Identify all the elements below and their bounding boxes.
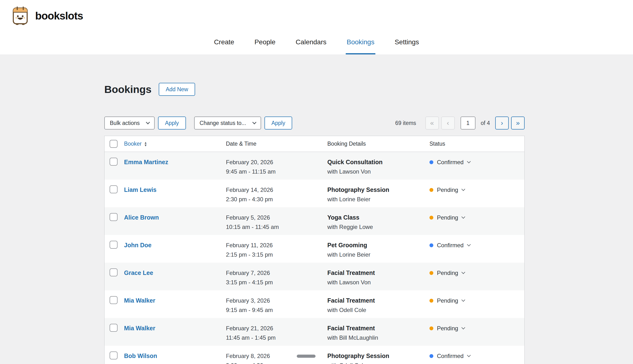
chevron-down-icon (461, 326, 465, 329)
chevron-down-icon (467, 353, 471, 357)
row-checkbox[interactable] (110, 352, 118, 360)
booker-link[interactable]: Grace Lee (124, 268, 153, 278)
booking-service: Photography Session (327, 185, 429, 194)
status-dropdown[interactable]: Confirmed (429, 158, 524, 167)
change-status-select[interactable]: Change status to... (194, 116, 261, 130)
nav-tab-create[interactable]: Create (213, 38, 235, 54)
brand-name: bookslots (35, 10, 83, 22)
table-toolbar: Bulk actions Apply Change status to... A… (104, 116, 525, 130)
items-count: 69 items (395, 120, 416, 126)
status-dropdown[interactable]: Pending (429, 213, 524, 222)
nav-tab-people[interactable]: People (253, 38, 276, 54)
nav-tab-calendars[interactable]: Calendars (295, 38, 328, 54)
booker-link[interactable]: Emma Martinez (124, 158, 168, 167)
nav-tab-bookings[interactable]: Bookings (346, 38, 375, 54)
total-pages-label: of 4 (481, 120, 490, 126)
status-dot (429, 326, 433, 330)
booking-date: February 14, 2026 (226, 185, 327, 194)
booking-date: February 3, 2026 (226, 296, 327, 305)
chevron-down-icon (461, 270, 465, 274)
bulk-actions-select[interactable]: Bulk actions (104, 116, 155, 130)
column-header-booking-details: Booking Details (327, 140, 429, 147)
booking-time: 2:15 pm - 3:15 pm (226, 250, 327, 259)
status-dot (429, 354, 433, 358)
status-dropdown[interactable]: Confirmed (429, 240, 524, 250)
table-row: Mia Walker February 3, 2026 9:15 am - 9:… (105, 290, 524, 318)
status-dropdown[interactable]: Pending (429, 185, 524, 194)
add-new-button[interactable]: Add New (159, 83, 195, 96)
status-label: Pending (437, 297, 458, 304)
main-content: Bookings Add New Bulk actions Apply Chan… (104, 54, 525, 364)
table-row: John Doe February 11, 2026 2:15 pm - 3:1… (105, 235, 524, 263)
page-head: Bookings Add New (104, 54, 525, 96)
booker-link[interactable]: John Doe (124, 240, 152, 250)
booking-service: Quick Consultation (327, 158, 429, 167)
booking-service: Pet Grooming (327, 240, 429, 250)
booker-link[interactable]: Alice Brown (124, 213, 159, 222)
booker-link[interactable]: Bob Wilson (124, 351, 157, 361)
booking-service: Facial Treatment (327, 324, 429, 333)
status-dropdown[interactable]: Confirmed (429, 351, 524, 361)
sort-arrows-icon: ▲▼ (144, 141, 147, 146)
status-label: Confirmed (437, 159, 464, 166)
select-all-checkbox[interactable] (110, 140, 118, 148)
nav-tab-settings[interactable]: Settings (394, 38, 420, 54)
booking-time: 3:15 pm - 4:15 pm (226, 278, 327, 287)
booking-time: 3:00 pm - 4:30 pm (226, 361, 327, 364)
booker-link[interactable]: Liam Lewis (124, 185, 157, 194)
row-checkbox[interactable] (110, 158, 118, 166)
apply-status-button[interactable]: Apply (264, 116, 292, 130)
row-checkbox[interactable] (110, 213, 118, 221)
booker-link[interactable]: Mia Walker (124, 324, 155, 333)
row-checkbox[interactable] (110, 185, 118, 193)
first-page-button: « (425, 116, 439, 130)
chevron-down-icon (252, 120, 256, 124)
status-label: Confirmed (437, 242, 464, 249)
status-dropdown[interactable]: Pending (429, 268, 524, 278)
status-dropdown[interactable]: Pending (429, 296, 524, 305)
next-page-button[interactable]: › (495, 116, 509, 130)
chevron-down-icon (461, 187, 465, 191)
row-checkbox[interactable] (110, 241, 118, 249)
bookings-table: Booker ▲▼ Date & Time Booking Details St… (104, 136, 525, 364)
current-page-input[interactable] (460, 116, 475, 130)
table-header-row: Booker ▲▼ Date & Time Booking Details St… (105, 136, 524, 152)
page-title: Bookings (104, 84, 152, 95)
prev-page-button: ‹ (441, 116, 455, 130)
apply-bulk-button[interactable]: Apply (158, 116, 186, 130)
brand: bookslots (11, 6, 83, 26)
table-row: Grace Lee February 7, 2026 3:15 pm - 4:1… (105, 263, 524, 290)
drag-handle[interactable] (297, 354, 316, 358)
column-header-booker[interactable]: Booker ▲▼ (124, 140, 226, 147)
booking-service: Facial Treatment (327, 296, 429, 305)
last-page-button[interactable]: » (511, 116, 525, 130)
status-dot (429, 299, 433, 302)
status-dot (429, 244, 433, 247)
column-header-status: Status (429, 140, 524, 147)
booking-service: Facial Treatment (327, 268, 429, 278)
booking-date: February 21, 2026 (226, 324, 327, 333)
bulk-actions-label: Bulk actions (110, 120, 140, 126)
status-label: Pending (437, 214, 458, 221)
table-row: Emma Martinez February 20, 2026 9:45 am … (105, 152, 524, 180)
chevron-down-icon (467, 242, 471, 246)
top-bar: bookslots Create People Calendars Bookin… (0, 0, 633, 54)
booking-date: February 5, 2026 (226, 213, 327, 222)
booking-time: 9:15 am - 9:45 am (226, 305, 327, 315)
row-checkbox[interactable] (110, 296, 118, 304)
table-body: Emma Martinez February 20, 2026 9:45 am … (105, 152, 524, 364)
bookslots-logo-icon (11, 6, 30, 26)
status-dot (429, 188, 433, 192)
booking-time: 11:45 am - 1:45 pm (226, 333, 327, 342)
booker-link[interactable]: Mia Walker (124, 296, 155, 305)
row-checkbox[interactable] (110, 268, 118, 276)
table-row: Bob Wilson February 8, 2026 3:00 pm - 4:… (105, 346, 524, 364)
status-dropdown[interactable]: Pending (429, 324, 524, 333)
booking-service: Yoga Class (327, 213, 429, 222)
bulk-actions-group: Bulk actions Apply Change status to... A… (104, 116, 292, 130)
booking-time: 2:30 pm - 4:30 pm (226, 194, 327, 204)
booking-date: February 11, 2026 (226, 240, 327, 250)
chevron-down-icon (467, 159, 471, 163)
row-checkbox[interactable] (110, 324, 118, 332)
booking-provider: with Lawson Von (327, 278, 429, 287)
